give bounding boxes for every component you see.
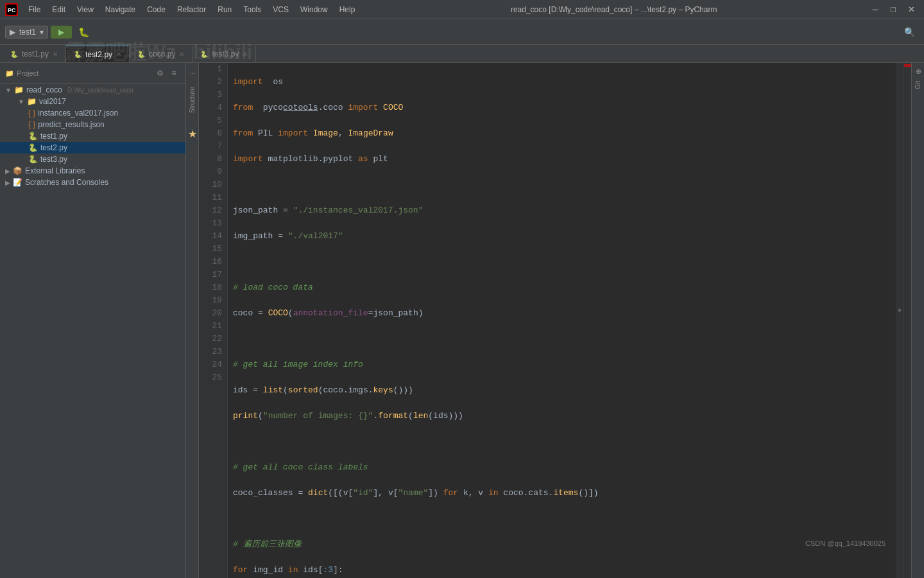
code-line-17: coco_classes = dict([(v["id"], v["name"]… — [233, 487, 891, 500]
git-icon[interactable]: ⊕ — [914, 68, 922, 74]
error-indicator — [904, 64, 911, 67]
tab-cocopy[interactable]: 🐍 coco.py ✕ — [130, 46, 193, 62]
menu-code[interactable]: Code — [142, 4, 171, 15]
menu-vcs[interactable]: VCS — [268, 4, 294, 15]
menu-window[interactable]: Window — [295, 4, 333, 15]
menu-navigate[interactable]: Navigate — [100, 4, 141, 15]
tree-label-scratches: Scratches and Consoles — [25, 178, 108, 187]
sidebar-header: 📁 Project ⚙ ≡ — [0, 63, 185, 84]
code-line-2: from pycocotools.coco import COCO — [233, 101, 891, 114]
titlebar-left: PC File Edit View Navigate Code Refactor… — [5, 3, 360, 16]
tree-label-predict-json: predict_results.json — [38, 120, 104, 129]
menu-refactor[interactable]: Refactor — [172, 4, 211, 15]
tab-test3py-close[interactable]: ✕ — [243, 51, 248, 58]
project-icon: 📁 — [5, 69, 14, 78]
tree-item-test1py[interactable]: 🐍 test1.py — [0, 130, 185, 142]
tab-cocopy-close[interactable]: ✕ — [179, 51, 184, 58]
tree-item-predict-json[interactable]: { } predict_results.json — [0, 119, 185, 130]
sidebar-collapse-icon[interactable]: ≡ — [167, 67, 180, 80]
tree-item-test3py[interactable]: 🐍 test3.py — [0, 153, 185, 165]
svg-text:PC: PC — [8, 7, 16, 13]
structure-label[interactable]: Structure — [189, 81, 196, 119]
code-line-18 — [233, 512, 891, 525]
run-config-dropdown: ▾ — [40, 28, 44, 37]
tree-path-read-coco: D:\My_code\read_coco — [67, 87, 133, 94]
code-line-5 — [233, 179, 891, 191]
code-line-15 — [233, 435, 891, 448]
json-icon-instances: { } — [28, 109, 35, 118]
sidebar-tree: ▼ 📁 read_coco D:\My_code\read_coco ▼ 📁 v… — [0, 84, 185, 578]
toolbar: ▶ test1 ▾ ▶ 🐛 🔍 — [0, 19, 924, 45]
tab-test2py[interactable]: 🐍 test2.py ✕ — [66, 46, 130, 62]
run-button[interactable]: ▶ — [51, 26, 72, 39]
search-button[interactable]: 🔍 — [900, 26, 919, 39]
tree-item-test2py[interactable]: 🐍 test2.py — [0, 142, 185, 153]
tree-item-external-libs[interactable]: ▶ 📦 External Libraries — [0, 165, 185, 177]
sidebar-project-label: Project — [17, 69, 38, 77]
minimize-button[interactable]: ─ — [868, 3, 883, 16]
py-icon-test2: 🐍 — [28, 143, 38, 152]
git-label[interactable]: Git — [914, 81, 921, 89]
maximize-button[interactable]: □ — [886, 3, 901, 16]
tree-item-read-coco[interactable]: ▼ 📁 read_coco D:\My_code\read_coco — [0, 84, 185, 96]
tab-test1py[interactable]: 🐍 test1.py ✕ — [3, 46, 66, 62]
menu-tools[interactable]: Tools — [238, 4, 266, 15]
tree-arrow-read-coco: ▼ — [5, 87, 12, 94]
code-line-13: ids = list(sorted(coco.imgs.keys())) — [233, 384, 891, 397]
close-button[interactable]: ✕ — [903, 3, 919, 16]
window-controls: ─ □ ✕ — [868, 3, 919, 16]
code-line-12: # get all image index info — [233, 358, 891, 371]
fold-arrow-20[interactable]: ▼ — [896, 307, 903, 314]
tab-test1py-close[interactable]: ✕ — [53, 51, 58, 58]
fold-gutter: ▼ — [896, 63, 903, 578]
menu-view[interactable]: View — [72, 4, 99, 15]
run-config-selector[interactable]: ▶ test1 ▾ — [5, 26, 48, 39]
code-line-10: coco = COCO(annotation_file=json_path) — [233, 307, 891, 320]
sidebar-settings-icon[interactable]: ⚙ — [153, 67, 166, 80]
code-line-1: import os — [233, 76, 891, 89]
tab-test3py[interactable]: 🐍 test3.py ✕ — [193, 46, 256, 62]
menu-bar: File Edit View Navigate Code Refactor Ru… — [23, 4, 360, 15]
menu-edit[interactable]: Edit — [47, 4, 71, 15]
tab-cocopy-icon: 🐍 — [137, 51, 145, 58]
debug-button[interactable]: 🐛 — [74, 26, 93, 39]
tab-test3py-icon: 🐍 — [200, 51, 208, 58]
code-line-14: print("number of images: {}".format(len(… — [233, 410, 891, 423]
sidebar: 📁 Project ⚙ ≡ ▼ 📁 read_coco D:\My_code\r… — [0, 63, 186, 578]
code-line-19: # 遍历前三张图像 — [233, 538, 891, 551]
menu-help[interactable]: Help — [334, 4, 361, 15]
titlebar: PC File Edit View Navigate Code Refactor… — [0, 0, 924, 19]
run-config-icon: ▶ — [10, 28, 15, 37]
tab-test1py-icon: 🐍 — [10, 51, 18, 58]
tree-item-val2017[interactable]: ▼ 📁 val2017 — [0, 96, 185, 107]
tree-label-test3py: test3.py — [40, 155, 67, 164]
line-numbers: 1 2 3 4 5 6 7 8 9 10 11 12 13 14 15 16 1… — [199, 63, 228, 578]
left-tool-strip: ⫶ Structure ★ — [186, 63, 199, 578]
right-gutter — [903, 63, 911, 578]
code-line-9: # load coco data — [233, 281, 891, 294]
code-line-20: for img_id in ids[:3]: — [233, 564, 891, 577]
menu-run[interactable]: Run — [212, 4, 237, 15]
main-layout: 📁 Project ⚙ ≡ ▼ 📁 read_coco D:\My_code\r… — [0, 63, 924, 578]
tab-cocopy-label: coco.py — [149, 49, 175, 58]
code-line-11 — [233, 333, 891, 346]
folder-icon-val2017: 📁 — [27, 97, 37, 106]
tree-arrow-scratches: ▶ — [5, 179, 10, 186]
tree-label-read-coco: read_coco — [26, 85, 62, 94]
json-icon-predict: { } — [28, 120, 35, 129]
tree-item-scratches[interactable]: ▶ 📝 Scratches and Consoles — [0, 177, 185, 188]
code-editor[interactable]: import os from pycocotools.coco import C… — [228, 63, 896, 578]
tree-arrow-val2017: ▼ — [18, 98, 24, 105]
structure-icon[interactable]: ⫶ — [187, 68, 198, 78]
tree-label-instances-json: instances_val2017.json — [38, 109, 118, 118]
py-icon-test3: 🐍 — [28, 155, 38, 164]
tab-test2py-close[interactable]: ✕ — [116, 51, 121, 58]
tree-item-instances-json[interactable]: { } instances_val2017.json — [0, 107, 185, 119]
folder-icon-scratches: 📝 — [13, 178, 22, 187]
tab-test2py-icon: 🐍 — [74, 51, 81, 58]
menu-file[interactable]: File — [23, 4, 46, 15]
tab-test2py-label: test2.py — [85, 50, 112, 59]
folder-icon-read-coco: 📁 — [14, 85, 24, 94]
py-icon-test1: 🐍 — [28, 132, 38, 141]
bookmark-icon[interactable]: ★ — [188, 127, 197, 140]
